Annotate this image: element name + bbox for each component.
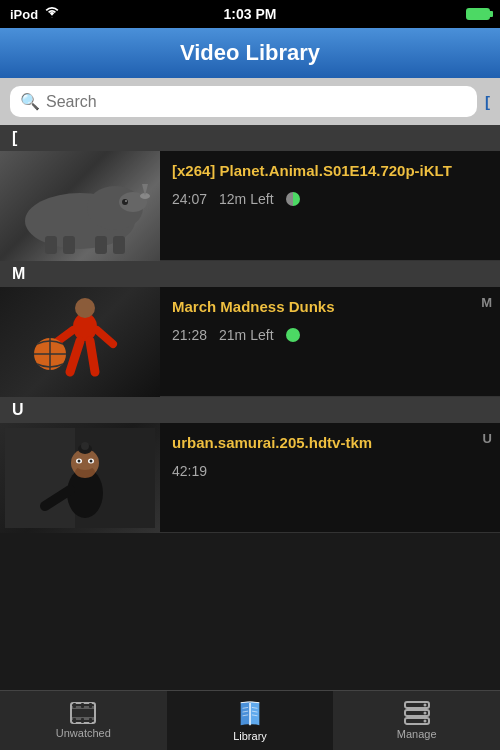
device-name: iPod bbox=[10, 7, 38, 22]
video-info: [x264] Planet.Animal.S01E14.720p-iKLT 24… bbox=[160, 151, 500, 260]
status-time: 1:03 PM bbox=[224, 6, 277, 22]
svg-point-9 bbox=[122, 199, 128, 205]
video-thumbnail bbox=[0, 151, 160, 261]
page-title: Video Library bbox=[180, 40, 320, 66]
video-time: 24:07 bbox=[172, 191, 207, 207]
samurai-thumbnail bbox=[0, 423, 160, 533]
basketball-thumbnail bbox=[0, 287, 160, 397]
tab-library-label: Library bbox=[233, 730, 267, 742]
status-left: iPod bbox=[10, 7, 60, 22]
section-letter-badge: M bbox=[481, 295, 492, 310]
video-info: March Madness Dunks 21:28 21m Left bbox=[160, 287, 500, 396]
section-header-m: M bbox=[0, 261, 500, 287]
list-item[interactable]: March Madness Dunks 21:28 21m Left M bbox=[0, 287, 500, 397]
svg-rect-8 bbox=[113, 236, 125, 254]
svg-point-53 bbox=[423, 712, 426, 715]
svg-rect-7 bbox=[95, 236, 107, 254]
content-area: [ bbox=[0, 125, 500, 693]
video-meta: 24:07 12m Left bbox=[172, 191, 488, 207]
video-title: March Madness Dunks bbox=[172, 297, 488, 317]
search-bar: 🔍 [ bbox=[0, 78, 500, 125]
video-time: 42:19 bbox=[172, 463, 207, 479]
svg-point-25 bbox=[81, 442, 89, 450]
progress-dot bbox=[286, 328, 300, 342]
video-meta: 21:28 21m Left bbox=[172, 327, 488, 343]
svg-point-10 bbox=[125, 200, 127, 202]
tab-library[interactable]: Library bbox=[167, 691, 334, 750]
list-item[interactable]: [x264] Planet.Animal.S01E14.720p-iKLT 24… bbox=[0, 151, 500, 261]
video-title: urban.samurai.205.hdtv-tkm bbox=[172, 433, 488, 453]
search-icon: 🔍 bbox=[20, 92, 40, 111]
video-time-left: 12m Left bbox=[219, 191, 273, 207]
svg-rect-37 bbox=[81, 703, 84, 708]
svg-rect-39 bbox=[73, 718, 76, 723]
svg-rect-36 bbox=[73, 703, 76, 708]
tab-unwatched-label: Unwatched bbox=[56, 727, 111, 739]
svg-line-15 bbox=[70, 341, 80, 372]
section-header-bracket: [ bbox=[0, 125, 500, 151]
search-input-wrap[interactable]: 🔍 bbox=[10, 86, 477, 117]
video-meta: 42:19 bbox=[172, 463, 488, 479]
video-title: [x264] Planet.Animal.S01E14.720p-iKLT bbox=[172, 161, 488, 181]
search-collapse-button[interactable]: [ bbox=[485, 93, 490, 110]
list-item[interactable]: urban.samurai.205.hdtv-tkm 42:19 U bbox=[0, 423, 500, 533]
svg-point-29 bbox=[78, 460, 81, 463]
status-right bbox=[466, 8, 490, 20]
wifi-icon bbox=[44, 7, 60, 22]
svg-point-52 bbox=[423, 704, 426, 707]
book-icon bbox=[238, 699, 262, 727]
svg-line-16 bbox=[90, 341, 95, 372]
svg-line-14 bbox=[97, 330, 113, 344]
video-thumbnail bbox=[0, 287, 160, 397]
svg-rect-41 bbox=[89, 718, 92, 723]
svg-rect-21 bbox=[5, 428, 75, 528]
svg-rect-5 bbox=[45, 236, 57, 254]
tab-manage-label: Manage bbox=[397, 728, 437, 740]
svg-point-54 bbox=[423, 720, 426, 723]
progress-dot bbox=[286, 192, 300, 206]
tab-bar: Unwatched Library bbox=[0, 690, 500, 750]
status-bar: iPod 1:03 PM bbox=[0, 0, 500, 28]
video-thumbnail bbox=[0, 423, 160, 533]
battery-icon bbox=[466, 8, 490, 20]
section-letter-badge: U bbox=[483, 431, 492, 446]
tab-unwatched[interactable]: Unwatched bbox=[0, 691, 167, 750]
svg-point-12 bbox=[75, 298, 95, 318]
tab-manage[interactable]: Manage bbox=[333, 691, 500, 750]
rhino-thumbnail bbox=[0, 151, 160, 261]
section-header-u: U bbox=[0, 397, 500, 423]
manage-icon bbox=[403, 701, 431, 725]
svg-rect-40 bbox=[81, 718, 84, 723]
header: Video Library bbox=[0, 28, 500, 78]
video-time-left: 21m Left bbox=[219, 327, 273, 343]
video-info: urban.samurai.205.hdtv-tkm 42:19 bbox=[160, 423, 500, 532]
film-icon bbox=[70, 702, 96, 724]
search-input[interactable] bbox=[46, 93, 467, 111]
svg-rect-38 bbox=[89, 703, 92, 708]
svg-point-31 bbox=[90, 460, 93, 463]
svg-rect-6 bbox=[63, 236, 75, 254]
video-time: 21:28 bbox=[172, 327, 207, 343]
